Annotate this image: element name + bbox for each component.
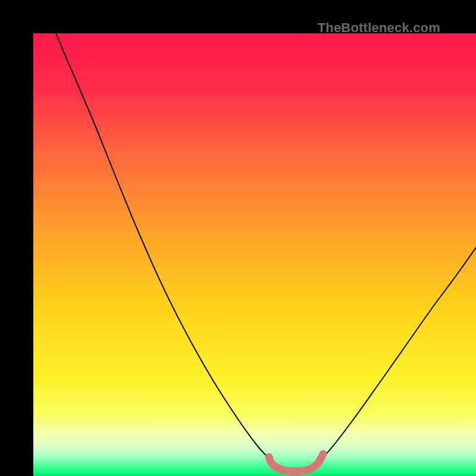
chart-frame: TheBottleneck.com [0,0,476,476]
curve-layer [33,33,476,476]
curve-bottom-bump [269,454,323,471]
curve-right-branch [321,248,476,459]
plot-area [33,33,476,476]
curve-left-branch [56,33,270,459]
